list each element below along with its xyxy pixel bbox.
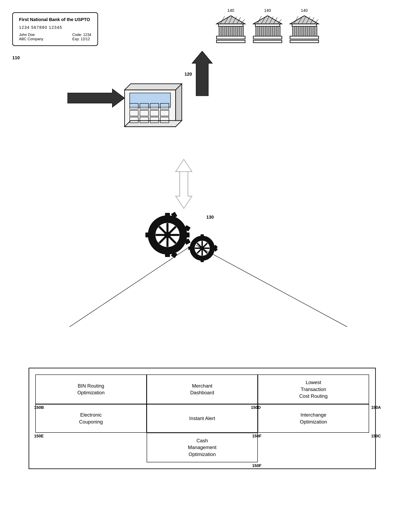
merchant-dashboard-text: MerchantDashboard — [190, 382, 214, 396]
svg-rect-22 — [263, 26, 265, 36]
svg-rect-42 — [311, 26, 313, 36]
svg-rect-38 — [296, 26, 299, 36]
cell-empty-1 — [35, 433, 147, 462]
svg-rect-17 — [253, 36, 282, 39]
bank-icon-2 — [251, 14, 284, 46]
svg-rect-24 — [270, 26, 273, 36]
cell-instant-alert: Instant Alert 150F — [147, 404, 258, 433]
svg-rect-79 — [165, 213, 170, 217]
card-number: 1234 567890 12345 — [19, 25, 91, 30]
svg-marker-56 — [125, 121, 182, 127]
card-name: John Doe — [19, 33, 43, 37]
arrow-card-to-terminal — [68, 88, 125, 109]
svg-rect-34 — [290, 36, 319, 39]
svg-rect-3 — [219, 26, 221, 36]
svg-rect-35 — [290, 40, 319, 43]
interchange-text: InterchangeOptimization — [300, 411, 327, 425]
banks-container: 140 — [215, 8, 321, 46]
svg-line-102 — [196, 245, 347, 327]
svg-rect-20 — [256, 26, 258, 36]
cell-merchant-dashboard: MerchantDashboard 150D — [147, 375, 258, 404]
svg-rect-7 — [234, 26, 236, 36]
card-code: Code: 1234 — [72, 33, 91, 37]
svg-rect-1 — [216, 40, 245, 43]
svg-rect-0 — [216, 36, 245, 39]
bank-icon-3 — [288, 14, 321, 46]
card-company: ABC Company — [19, 37, 43, 41]
bank-label-3: 140 — [301, 8, 308, 13]
svg-rect-18 — [253, 40, 282, 43]
label-110: 110 — [12, 55, 20, 61]
svg-rect-41 — [307, 26, 310, 36]
svg-rect-40 — [304, 26, 306, 36]
svg-rect-19 — [255, 24, 280, 26]
svg-marker-52 — [192, 51, 212, 96]
module-box: 150B BIN RoutingOptimization MerchantDas… — [29, 368, 376, 469]
cell-bin-routing: 150B BIN RoutingOptimization — [35, 375, 147, 404]
svg-rect-5 — [226, 26, 229, 36]
lowest-transaction-text: LowestTransactionCost Routing — [299, 379, 328, 400]
svg-rect-2 — [219, 24, 243, 26]
svg-rect-25 — [274, 26, 277, 36]
card-info-row: John Doe ABC Company Code: 1234 Exp: 12/… — [19, 33, 91, 41]
bin-routing-text: BIN RoutingOptimization — [77, 382, 105, 396]
bank-icon-1 — [215, 14, 247, 46]
svg-rect-94 — [201, 234, 204, 237]
svg-rect-39 — [300, 26, 302, 36]
card-exp: Exp: 12/12 — [72, 37, 91, 41]
cell-lowest-transaction: LowestTransactionCost Routing 150A — [258, 375, 369, 404]
svg-rect-37 — [292, 26, 295, 36]
svg-rect-82 — [145, 232, 150, 237]
cell-electronic-couponing: 150E ElectronicCouponing — [35, 404, 147, 433]
label-130: 130 — [206, 215, 214, 220]
svg-rect-43 — [315, 26, 317, 36]
bank-1: 140 — [215, 8, 247, 46]
svg-rect-9 — [241, 26, 243, 36]
label-150a: 150A — [371, 405, 381, 410]
label-150c: 150C — [371, 434, 381, 438]
bank-2: 140 — [251, 8, 284, 46]
svg-rect-4 — [223, 26, 225, 36]
svg-marker-71 — [176, 172, 192, 208]
terminal-120: 120 — [118, 72, 188, 135]
svg-point-78 — [164, 232, 171, 238]
electronic-couponing-text: ElectronicCouponing — [79, 411, 103, 425]
card-name-company: John Doe ABC Company — [19, 33, 43, 41]
svg-rect-36 — [292, 24, 317, 26]
card-title: First National Bank of the USPTO — [19, 17, 91, 22]
svg-marker-54 — [125, 84, 182, 90]
svg-rect-8 — [237, 26, 240, 36]
label-150f-2: 150F — [252, 463, 262, 468]
cell-interchange: InterchangeOptimization 150C — [258, 404, 369, 433]
label-120: 120 — [184, 72, 192, 77]
svg-rect-26 — [278, 26, 280, 36]
connecting-lines — [41, 245, 368, 327]
svg-marker-44 — [290, 16, 319, 24]
svg-line-101 — [69, 245, 192, 327]
bank-label-2: 140 — [264, 8, 271, 13]
svg-marker-51 — [68, 89, 125, 107]
card-codes: Code: 1234 Exp: 12/12 — [72, 33, 91, 41]
bank-label-1: 140 — [227, 8, 234, 13]
bank-3: 140 — [288, 8, 321, 46]
svg-rect-81 — [185, 232, 189, 237]
cash-management-text: CashManagementOptimization — [188, 437, 216, 458]
svg-marker-27 — [253, 16, 282, 24]
svg-rect-23 — [267, 26, 269, 36]
svg-rect-6 — [230, 26, 232, 36]
card-110: First National Bank of the USPTO 1234 56… — [12, 12, 98, 46]
svg-rect-21 — [259, 26, 262, 36]
svg-marker-10 — [216, 16, 245, 24]
instant-alert-text: Instant Alert — [189, 415, 215, 422]
cell-empty-2 — [258, 433, 369, 462]
double-arrow — [168, 155, 200, 213]
cell-cash-management: CashManagementOptimization 150F — [147, 433, 258, 462]
diagram: First National Bank of the USPTO 1234 56… — [0, 0, 405, 532]
terminal-svg — [118, 78, 188, 135]
module-grid: 150B BIN RoutingOptimization MerchantDas… — [35, 375, 369, 462]
